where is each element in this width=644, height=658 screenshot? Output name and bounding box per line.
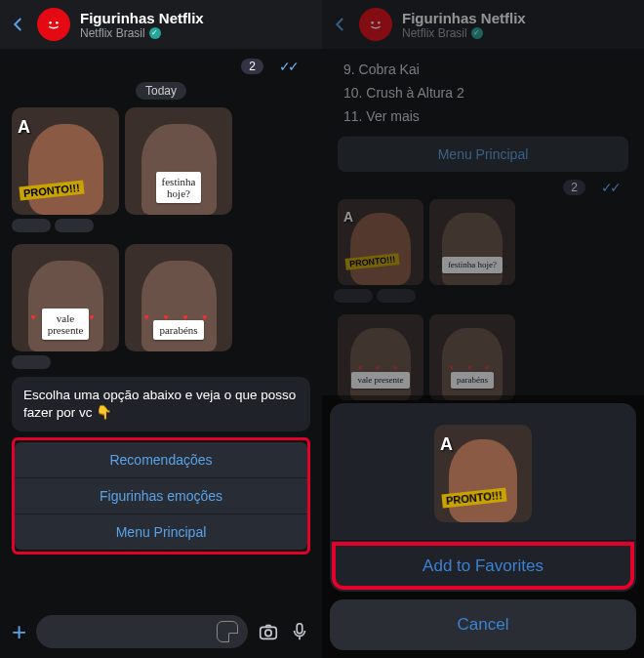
date-separator: Today	[136, 82, 186, 100]
bot-message: Escolha uma opção abaixo e veja o que po…	[12, 377, 310, 432]
svg-point-1	[56, 21, 59, 24]
add-to-favorites-button[interactable]: Add to Favorites	[330, 540, 636, 592]
sticker-pronto[interactable]: A PRONTO!!!	[12, 107, 119, 215]
unread-badge: 2	[563, 180, 585, 195]
sheet-card: A PRONTO!!! Add to Favorites	[330, 403, 636, 592]
sticker-row-1: A PRONTO!!! festinha hoje?	[330, 199, 636, 285]
option-figurinhas-emocoes[interactable]: Figurinhas emoções	[15, 477, 307, 514]
timestamp-stub	[55, 219, 94, 232]
timestamp-stub	[377, 289, 416, 303]
sheet-sticker-preview: A PRONTO!!!	[330, 403, 636, 540]
avatar[interactable]	[359, 8, 392, 41]
chat-body: 2 ✓✓ Today A PRONTO!!! festinha hoje? ♥ …	[0, 49, 322, 560]
list-item: 9. Cobra Kai	[343, 59, 623, 82]
svg-rect-2	[261, 627, 277, 638]
timestamp-stub	[12, 219, 51, 232]
verified-icon: ✓	[149, 27, 161, 39]
attach-icon[interactable]: +	[12, 617, 26, 647]
sticker-pronto[interactable]: A PRONTO!!!	[338, 199, 423, 285]
read-checks-icon: ✓✓	[269, 59, 306, 74]
mic-icon[interactable]	[289, 621, 310, 642]
numbered-list: 9. Cobra Kai 10. Crush à Altura 2 11. Ve…	[330, 55, 636, 132]
option-menu-principal[interactable]: Menu Principal	[15, 514, 307, 550]
chat-header: Figurinhas Netflix Netflix Brasil ✓	[322, 0, 644, 49]
svg-point-0	[49, 21, 52, 24]
message-input[interactable]	[36, 615, 248, 648]
option-recomendacoes[interactable]: Recomendações	[15, 442, 307, 477]
avatar[interactable]	[37, 8, 70, 41]
camera-icon[interactable]	[258, 621, 279, 642]
chat-title: Figurinhas Netflix	[402, 10, 634, 26]
back-icon[interactable]	[332, 16, 349, 33]
sticker-parabens[interactable]: ♥ ♥ ♥ ♥ parabéns	[125, 244, 232, 351]
message-input-bar: +	[0, 605, 322, 658]
sticker-picker-icon[interactable]	[217, 621, 238, 642]
timestamp-stub	[12, 355, 51, 369]
sticker-vale-presente[interactable]: ♥ ♥ ♥ vale presente	[338, 314, 423, 400]
sticker-parabens[interactable]: ♥ ♥ ♥ parabéns	[429, 314, 515, 400]
list-item: 10. Crush à Altura 2	[343, 82, 623, 105]
chat-subtitle: Netflix Brasil ✓	[80, 26, 312, 40]
sticker-festinha[interactable]: festinha hoje?	[125, 107, 232, 215]
svg-point-3	[265, 630, 271, 636]
chat-body: 9. Cobra Kai 10. Crush à Altura 2 11. Ve…	[322, 49, 644, 406]
action-sheet: A PRONTO!!! Add to Favorites Cancel	[322, 395, 644, 658]
list-item: 11. Ver mais	[343, 105, 623, 129]
chat-panel-right: Figurinhas Netflix Netflix Brasil ✓ 9. C…	[322, 0, 644, 658]
chat-subtitle: Netflix Brasil ✓	[402, 26, 634, 40]
chat-header: Figurinhas Netflix Netflix Brasil ✓	[0, 0, 322, 49]
inline-button-group: Recomendações Figurinhas emoções Menu Pr…	[12, 437, 310, 555]
sticker-row-2: ♥ ♥ ♥ vale presente ♥ ♥ ♥ parabéns	[330, 314, 636, 400]
sticker-vale-presente[interactable]: ♥ ♥ ♥ ♥ vale presente	[12, 244, 119, 351]
unread-badge: 2	[241, 59, 263, 74]
chat-panel-left: Figurinhas Netflix Netflix Brasil ✓ 2 ✓✓…	[0, 0, 322, 658]
cancel-button[interactable]: Cancel	[330, 599, 636, 650]
svg-rect-4	[297, 624, 302, 634]
sticker-festinha[interactable]: festinha hoje?	[429, 199, 515, 285]
sticker-row-2: ♥ ♥ ♥ ♥ vale presente ♥ ♥ ♥ ♥ parabéns	[8, 244, 314, 351]
verified-icon: ✓	[471, 27, 483, 39]
option-menu-principal[interactable]: Menu Principal	[338, 136, 628, 172]
svg-point-6	[378, 21, 381, 24]
back-icon[interactable]	[10, 16, 27, 33]
sticker-row-1: A PRONTO!!! festinha hoje?	[8, 107, 314, 215]
timestamp-stub	[334, 289, 373, 303]
svg-point-5	[371, 21, 374, 24]
read-checks-icon: ✓✓	[591, 180, 628, 195]
chat-title: Figurinhas Netflix	[80, 10, 312, 26]
